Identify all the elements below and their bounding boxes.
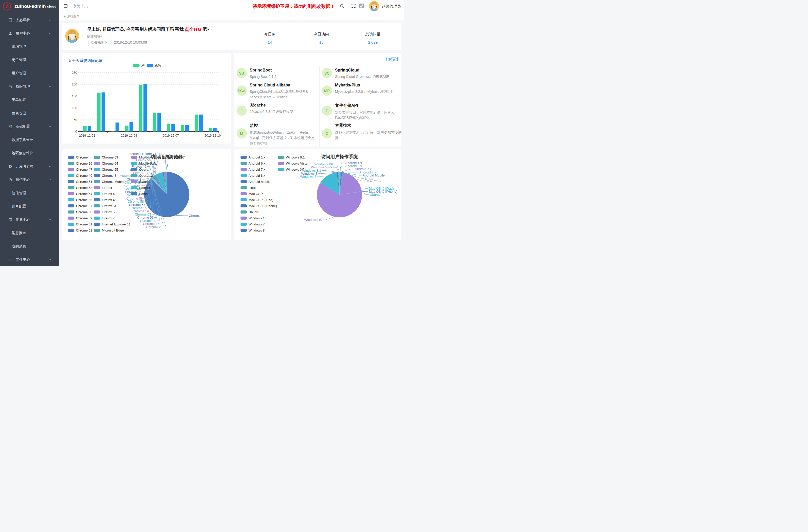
svg-text:Linux: Linux: [249, 186, 257, 189]
svg-text:0: 0: [75, 130, 77, 133]
svg-text:Safari 11: Safari 11: [139, 186, 152, 189]
svg-text:250: 250: [72, 71, 77, 75]
svg-text:Chrome 61: Chrome 61: [76, 222, 92, 226]
svg-text:Chrome 59: Chrome 59: [76, 216, 92, 220]
svg-text:Chrome 8: Chrome 8: [102, 173, 116, 177]
svg-text:Windows 8.1: Windows 8.1: [286, 155, 305, 159]
svg-text:Safari: Safari: [139, 180, 148, 183]
svg-text:2019-12-04: 2019-12-04: [121, 134, 137, 137]
svg-text:50: 50: [74, 118, 77, 122]
svg-text:Ubuntu: Ubuntu: [249, 210, 259, 214]
svg-text:2019-12-10: 2019-12-10: [204, 134, 221, 137]
svg-text:Firefox 7: Firefox 7: [102, 216, 115, 220]
svg-text:Android Mobile: Android Mobile: [249, 180, 271, 183]
svg-text:150: 150: [72, 94, 77, 98]
svg-text:Android 1.x: Android 1.x: [249, 155, 265, 159]
svg-text:Windows 10: Windows 10: [249, 216, 267, 220]
svg-text:Windows 8: Windows 8: [249, 228, 265, 232]
svg-text:Chrome Mobile: Chrome Mobile: [102, 180, 124, 183]
svg-text:Mac OS X (iPad): Mac OS X (iPad): [249, 198, 273, 202]
svg-text:Android 8.x: Android 8.x: [249, 173, 265, 177]
svg-text:Firefox: Firefox: [102, 186, 112, 189]
svg-text:2019-12-07: 2019-12-07: [163, 134, 179, 137]
svg-text:Android 6.x: Android 6.x: [249, 161, 265, 165]
svg-text:Opera 12: Opera 12: [139, 173, 153, 177]
svg-text:Chrome 55: Chrome 55: [76, 198, 92, 202]
svg-text:Chrome 53: Chrome 53: [76, 186, 92, 189]
svg-text:Chrome 58: Chrome 58: [76, 210, 92, 214]
svg-text:Windows 10: Windows 10: [304, 218, 322, 222]
svg-text:Chrome 62: Chrome 62: [76, 228, 92, 232]
svg-text:Chrome: Chrome: [76, 155, 88, 159]
svg-text:Chrome 47: Chrome 47: [76, 167, 92, 171]
svg-text:Android 7.x: Android 7.x: [249, 167, 265, 171]
svg-text:Chrome: Chrome: [189, 214, 200, 218]
svg-text:访问用户浏览器: 访问用户浏览器: [150, 154, 183, 159]
svg-text:Chrome 54: Chrome 54: [76, 192, 92, 196]
svg-text:Chrome 63: Chrome 63: [102, 155, 118, 159]
svg-text:Chrome 49: Chrome 49: [76, 173, 92, 177]
svg-text:Windows XP: Windows XP: [286, 167, 305, 171]
svg-text:Chrome 26: Chrome 26: [76, 161, 92, 165]
svg-text:Firefox 45: Firefox 45: [102, 198, 116, 202]
svg-text:总数: 总数: [154, 63, 161, 68]
svg-text:Chrome 26: Chrome 26: [146, 225, 162, 229]
svg-text:Mac OS X (iPhone): Mac OS X (iPhone): [249, 204, 277, 208]
svg-text:您: 您: [141, 63, 145, 68]
svg-text:Safari 9: Safari 9: [139, 192, 150, 196]
svg-text:Chrome 51: Chrome 51: [76, 180, 92, 183]
svg-text:Chrome 57: Chrome 57: [76, 204, 92, 208]
svg-text:Mobile Safari: Mobile Safari: [139, 161, 158, 165]
svg-text:Chrome 65: Chrome 65: [102, 167, 118, 171]
svg-text:Opera: Opera: [139, 167, 148, 171]
svg-text:访问用户操作系统: 访问用户操作系统: [321, 154, 358, 159]
svg-text:100: 100: [72, 106, 77, 110]
svg-text:200: 200: [72, 82, 77, 86]
svg-text:Mac OS X: Mac OS X: [249, 192, 264, 196]
svg-text:Internet Explorer 11: Internet Explorer 11: [102, 222, 130, 226]
svg-text:Firefox 56: Firefox 56: [102, 210, 116, 214]
svg-text:Chrome 64: Chrome 64: [102, 161, 118, 165]
svg-text:Z: Z: [5, 3, 8, 9]
svg-text:Mac OS X: Mac OS X: [366, 179, 382, 183]
svg-text:Windows XP: Windows XP: [314, 162, 333, 166]
svg-text:Windows 7: Windows 7: [249, 222, 265, 226]
svg-text:Microsoft Edge: Microsoft Edge: [102, 228, 124, 232]
svg-text:Windows Vista: Windows Vista: [286, 161, 308, 165]
svg-text:2019-12-01: 2019-12-01: [79, 134, 95, 137]
svg-text:Firefox 51: Firefox 51: [102, 204, 116, 208]
svg-text:Firefox 42: Firefox 42: [102, 192, 116, 196]
svg-text:Ubuntu: Ubuntu: [370, 193, 381, 197]
